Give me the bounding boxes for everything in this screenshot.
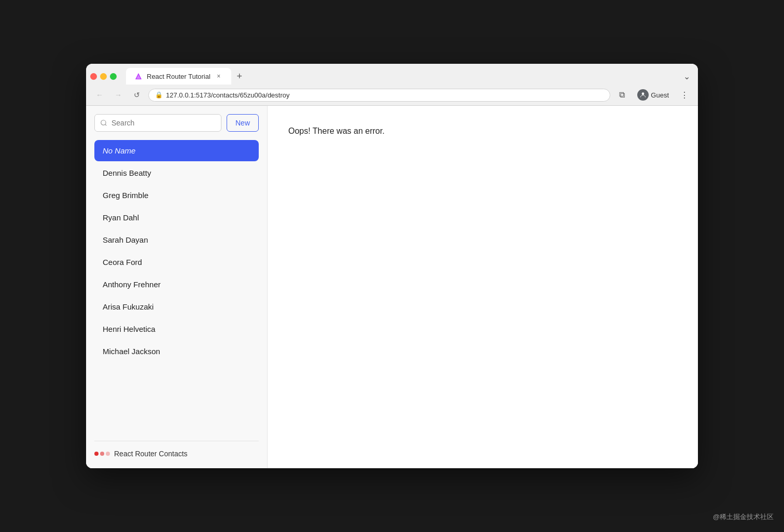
address-bar[interactable]: 🔒 127.0.0.1:5173/contacts/65zu00a/destro…: [148, 89, 610, 102]
watermark: @稀土掘金技术社区: [713, 512, 774, 522]
split-screen-button[interactable]: ⧉: [614, 88, 629, 102]
refresh-button[interactable]: ↺: [130, 88, 144, 102]
contact-item[interactable]: Arisa Fukuzaki: [94, 296, 259, 317]
contact-item[interactable]: Ceora Ford: [94, 251, 259, 273]
rr-dots: [94, 452, 110, 456]
profile-avatar: [637, 89, 649, 101]
contact-item[interactable]: Dennis Beatty: [94, 162, 259, 184]
nav-bar: ← → ↺ 🔒 127.0.0.1:5173/contacts/65zu00a/…: [86, 85, 698, 105]
profile-label: Guest: [651, 91, 669, 99]
svg-point-2: [642, 92, 645, 95]
rr-logo: [94, 452, 110, 456]
browser-actions: ⧉ Guest ⋮: [614, 88, 692, 102]
new-tab-button[interactable]: +: [232, 69, 247, 83]
contact-item[interactable]: Greg Brimble: [94, 185, 259, 206]
more-button[interactable]: ⋮: [677, 88, 692, 102]
forward-button[interactable]: →: [111, 88, 125, 102]
traffic-lights: [90, 73, 117, 80]
sidebar: New No NameDennis BeattyGreg BrimbleRyan…: [86, 106, 268, 468]
profile-button[interactable]: Guest: [633, 88, 673, 102]
contact-list: No NameDennis BeattyGreg BrimbleRyan Dah…: [94, 140, 259, 437]
tab-favicon-icon: [134, 72, 143, 80]
back-button[interactable]: ←: [92, 88, 107, 102]
contact-item[interactable]: No Name: [94, 140, 259, 161]
minimize-button[interactable]: [100, 73, 107, 80]
search-input[interactable]: [94, 114, 221, 132]
chrome-bar: React Router Tutorial × + ⌄ ← → ↺ 🔒 127.…: [86, 64, 698, 106]
tab-title: React Router Tutorial: [147, 73, 211, 80]
sidebar-footer: React Router Contacts: [94, 441, 259, 460]
footer-label: React Router Contacts: [114, 450, 188, 458]
rr-dot-2: [100, 452, 104, 456]
tab-close-button[interactable]: ×: [215, 72, 223, 80]
app-content: New No NameDennis BeattyGreg BrimbleRyan…: [86, 106, 698, 468]
close-button[interactable]: [90, 73, 97, 80]
contact-item[interactable]: Michael Jackson: [94, 341, 259, 362]
contact-item[interactable]: Sarah Dayan: [94, 229, 259, 250]
new-button[interactable]: New: [227, 114, 259, 132]
tab-menu-button[interactable]: ⌄: [679, 69, 694, 83]
contact-item[interactable]: Anthony Frehner: [94, 274, 259, 295]
main-content: Oops! There was an error.: [268, 106, 698, 468]
browser-window: React Router Tutorial × + ⌄ ← → ↺ 🔒 127.…: [86, 64, 698, 468]
contact-item[interactable]: Ryan Dahl: [94, 207, 259, 228]
rr-dot-1: [94, 452, 99, 456]
error-message: Oops! There was an error.: [288, 127, 677, 136]
sidebar-controls: New: [94, 114, 259, 132]
contact-item[interactable]: Henri Helvetica: [94, 318, 259, 340]
tab-strip: React Router Tutorial × + ⌄: [86, 64, 698, 85]
security-icon: 🔒: [155, 91, 163, 99]
rr-dot-3: [106, 452, 110, 456]
maximize-button[interactable]: [110, 73, 117, 80]
url-text: 127.0.0.1:5173/contacts/65zu00a/destroy: [166, 91, 604, 99]
active-tab[interactable]: React Router Tutorial ×: [126, 68, 231, 85]
